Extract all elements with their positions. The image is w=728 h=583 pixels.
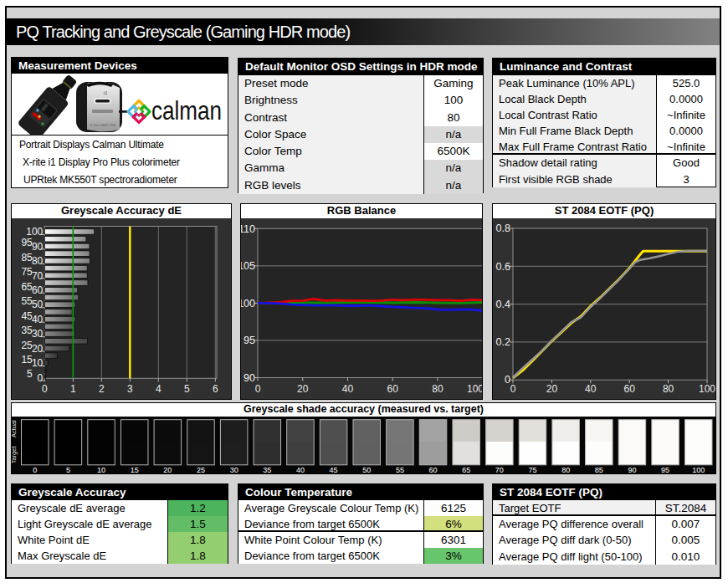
- svg-text:calman: calman: [151, 95, 222, 125]
- svg-text:20: 20: [32, 343, 44, 355]
- svg-text:10: 10: [32, 357, 44, 369]
- svg-text:i1: i1: [104, 90, 108, 95]
- svg-text:X-Rite PANTONE: X-Rite PANTONE: [90, 123, 116, 127]
- svg-text:100: 100: [699, 383, 715, 395]
- svg-text:30: 30: [32, 328, 44, 340]
- svg-text:95: 95: [661, 466, 669, 474]
- svg-text:100: 100: [241, 298, 255, 309]
- svg-text:60: 60: [387, 383, 399, 395]
- svg-text:0: 0: [510, 383, 516, 395]
- svg-text:70: 70: [32, 270, 44, 282]
- svg-text:60: 60: [429, 466, 438, 474]
- svg-text:30: 30: [230, 466, 238, 474]
- svg-text:45: 45: [330, 466, 338, 474]
- svg-text:20: 20: [163, 466, 172, 474]
- svg-text:40: 40: [585, 383, 597, 395]
- svg-text:60: 60: [32, 284, 44, 296]
- svg-text:40: 40: [296, 466, 305, 474]
- svg-text:50: 50: [362, 466, 371, 474]
- svg-text:0.8: 0.8: [496, 222, 510, 234]
- svg-text:3: 3: [127, 383, 133, 395]
- svg-text:105: 105: [241, 260, 255, 272]
- svg-text:100: 100: [26, 226, 43, 238]
- svg-text:5: 5: [184, 383, 190, 395]
- svg-text:0: 0: [42, 383, 48, 395]
- svg-text:5: 5: [27, 368, 33, 380]
- svg-text:90: 90: [244, 372, 255, 384]
- svg-text:80: 80: [663, 383, 674, 395]
- svg-text:0.2: 0.2: [496, 336, 510, 348]
- svg-text:Target: Target: [12, 446, 18, 464]
- svg-text:90: 90: [32, 241, 44, 253]
- svg-text:110: 110: [241, 223, 255, 235]
- svg-text:1: 1: [70, 383, 76, 395]
- svg-text:80: 80: [32, 255, 44, 267]
- svg-text:50: 50: [32, 299, 44, 310]
- svg-text:95: 95: [244, 335, 255, 346]
- svg-text:10: 10: [97, 466, 105, 474]
- svg-text:2: 2: [99, 383, 105, 395]
- svg-text:Actual: Actual: [12, 420, 18, 437]
- svg-text:40: 40: [342, 383, 354, 395]
- svg-text:35: 35: [263, 466, 271, 474]
- svg-text:0.4: 0.4: [496, 299, 510, 310]
- svg-text:60: 60: [624, 383, 636, 395]
- svg-text:85: 85: [595, 466, 603, 474]
- svg-text:20: 20: [546, 383, 558, 395]
- svg-text:40: 40: [32, 314, 44, 325]
- svg-text:80: 80: [432, 383, 443, 395]
- svg-text:15: 15: [131, 466, 139, 474]
- svg-text:0.6: 0.6: [496, 261, 510, 273]
- svg-text:100: 100: [467, 383, 482, 395]
- svg-text:4: 4: [156, 383, 161, 395]
- svg-text:5: 5: [66, 466, 70, 474]
- svg-text:0: 0: [33, 466, 37, 474]
- svg-text:0: 0: [38, 372, 44, 384]
- svg-text:25: 25: [197, 466, 205, 474]
- svg-text:100: 100: [692, 466, 705, 474]
- svg-text:20: 20: [297, 383, 309, 395]
- svg-text:55: 55: [396, 466, 404, 474]
- svg-text:6: 6: [213, 383, 218, 395]
- svg-text:80: 80: [561, 466, 570, 474]
- svg-text:90: 90: [628, 466, 636, 474]
- svg-text:65: 65: [462, 466, 470, 474]
- svg-text:0: 0: [255, 383, 261, 395]
- svg-text:70: 70: [495, 466, 504, 474]
- svg-text:75: 75: [528, 466, 536, 474]
